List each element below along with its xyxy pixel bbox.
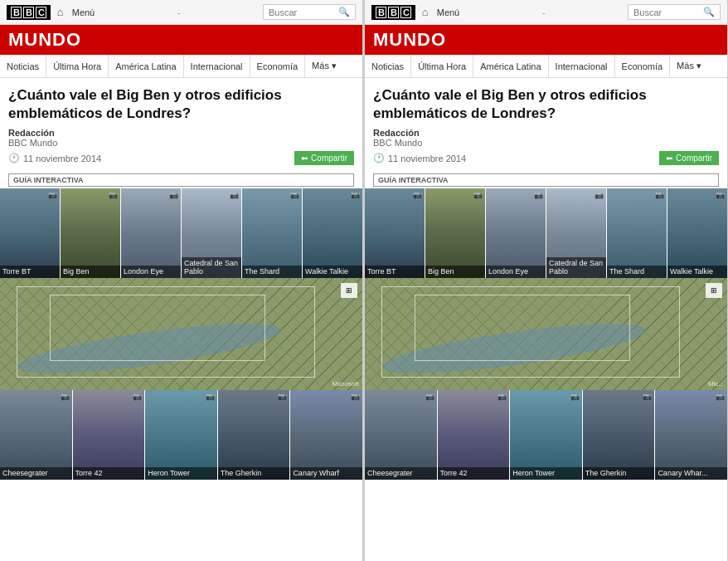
cam-icon-left-b3: 📷: [278, 393, 287, 401]
nav-bar-left: Noticias Última Hora América Latina Inte…: [0, 55, 362, 78]
map-zoom-left[interactable]: ⊞: [341, 283, 357, 298]
nav-noticias-left[interactable]: Noticias: [7, 55, 46, 77]
thumb-torre42-left[interactable]: 📷 Torre 42: [73, 390, 146, 480]
label-gherkin-left: The Gherkin: [218, 467, 290, 480]
date-text-left: 11 noviembre 2014: [23, 154, 101, 163]
thumb-torre42-right[interactable]: 📷 Torre 42: [438, 390, 511, 480]
source-right: BBC Mundo: [373, 138, 719, 148]
thumb-londoneye-right[interactable]: 📷 London Eye: [486, 188, 546, 278]
menu-label-left[interactable]: Menú: [72, 7, 95, 17]
cam-icon-right-b2: 📷: [570, 393, 580, 401]
cam-icon-right-b3: 📷: [643, 393, 652, 401]
bbc-logo-left[interactable]: BBC: [7, 5, 51, 20]
thumb-shard-left[interactable]: 📷 The Shard: [242, 188, 303, 278]
map-zoom-right[interactable]: ⊞: [706, 283, 722, 298]
map-area-left[interactable]: ⊞ Microsoft: [0, 278, 362, 390]
label-torrebt-right: Torre BT: [365, 266, 425, 278]
thumb-walkie-left[interactable]: 📷 Walkie Talkie: [303, 188, 362, 278]
map-rect-inner-left: [50, 295, 265, 361]
thumb-canary-right[interactable]: 📷 Canary Whar...: [655, 390, 727, 480]
bbc-logo-right[interactable]: BBC: [371, 5, 415, 20]
nav-americalatina-left[interactable]: América Latina: [109, 55, 183, 77]
label-shard-left: The Shard: [242, 266, 302, 278]
home-icon-left[interactable]: ⌂: [57, 6, 64, 18]
label-stpaul-left: Catedral de San Pablo: [182, 257, 241, 279]
search-icon-left[interactable]: 🔍: [338, 7, 350, 17]
cam-icon-left-b2: 📷: [206, 393, 215, 401]
label-walkie-right: Walkie Talkie: [667, 266, 727, 278]
mundo-bar-left: MUNDO: [0, 25, 362, 55]
cam-icon-right-b1: 📷: [497, 393, 507, 401]
article-area-right: ¿Cuánto vale el Big Ben y otros edificio…: [365, 78, 727, 173]
nav-ultimahora-left[interactable]: Última Hora: [46, 55, 109, 77]
thumb-heron-right[interactable]: 📷 Heron Tower: [510, 390, 583, 480]
right-panel: BBC ⌂ Menú - 🔍 MUNDO Noticias Última Hor…: [365, 0, 728, 561]
nav-economia-right[interactable]: Economía: [615, 55, 671, 77]
clock-icon-left: 🕐: [8, 153, 20, 163]
nav-mas-left[interactable]: Más ▾: [305, 55, 343, 77]
label-gherkin-right: The Gherkin: [583, 467, 655, 480]
separator-left: -: [99, 7, 258, 17]
date-left: 🕐 11 noviembre 2014: [8, 153, 101, 163]
cam-icon-left-2: 📷: [169, 191, 178, 199]
nav-americalatina-right[interactable]: América Latina: [473, 55, 548, 77]
cam-icon-left-3: 📷: [230, 191, 239, 199]
label-stpaul-right: Catedral de San Pablo: [546, 257, 606, 279]
guide-label-right: GUÍA INTERACTIVA: [373, 173, 719, 187]
cam-icon-left-0: 📷: [48, 191, 57, 199]
left-panel: BBC ⌂ Menú - 🔍 MUNDO Noticias Última Hor…: [0, 0, 363, 561]
thumb-walkie-right[interactable]: 📷 Walkie Talkie: [667, 188, 727, 278]
share-btn-left[interactable]: ⬅ Compartir: [294, 151, 354, 165]
share-icon-right: ⬅: [666, 154, 672, 163]
thumb-canary-left[interactable]: 📷 Canary Wharf: [290, 390, 362, 480]
cam-icon-right-4: 📷: [655, 191, 664, 199]
label-canary-right: Canary Whar...: [655, 467, 727, 480]
thumb-shard-right[interactable]: 📷 The Shard: [607, 188, 667, 278]
mundo-title-right: MUNDO: [373, 29, 446, 51]
thumb-heron-left[interactable]: 📷 Heron Tower: [145, 390, 218, 480]
thumb-bigben-left[interactable]: 📷 Big Ben: [61, 188, 121, 278]
nav-ultimahora-right[interactable]: Última Hora: [411, 55, 473, 77]
thumb-gherkin-right[interactable]: 📷 The Gherkin: [583, 390, 656, 480]
mundo-bar-right: MUNDO: [365, 25, 727, 55]
bottom-strip-right: 📷 Cheesegrater 📷 Torre 42 📷 Heron Tower …: [365, 390, 727, 480]
thumb-cheesegrater-left[interactable]: 📷 Cheesegrater: [0, 390, 73, 480]
nav-noticias-right[interactable]: Noticias: [371, 55, 411, 77]
map-rect-inner-right: [415, 295, 630, 361]
date-text-right: 11 noviembre 2014: [388, 154, 466, 163]
label-shard-right: The Shard: [607, 266, 667, 278]
map-copyright-left: Microsoft: [332, 380, 359, 388]
thumb-londoneye-left[interactable]: 📷 London Eye: [121, 188, 182, 278]
label-londoneye-left: London Eye: [121, 266, 181, 278]
map-area-right[interactable]: ⊞ Mic...: [365, 278, 727, 390]
share-btn-right[interactable]: ⬅ Compartir: [659, 151, 719, 165]
menu-label-right[interactable]: Menú: [437, 7, 460, 17]
cam-icon-right-3: 📷: [595, 191, 604, 199]
cam-icon-left-4: 📷: [290, 191, 299, 199]
thumb-torrebt-left[interactable]: 📷 Torre BT: [0, 188, 61, 278]
search-input-left[interactable]: [269, 7, 335, 17]
thumb-cheesegrater-right[interactable]: 📷 Cheesegrater: [365, 390, 438, 480]
thumb-stpaul-left[interactable]: 📷 Catedral de San Pablo: [182, 188, 242, 278]
nav-economia-left[interactable]: Economía: [250, 55, 306, 77]
search-input-right[interactable]: [633, 7, 700, 17]
home-icon-right[interactable]: ⌂: [422, 6, 429, 18]
thumb-stpaul-right[interactable]: 📷 Catedral de San Pablo: [546, 188, 607, 278]
nav-mas-right[interactable]: Más ▾: [670, 55, 708, 77]
thumb-torrebt-right[interactable]: 📷 Torre BT: [365, 188, 425, 278]
share-label-right: Compartir: [676, 154, 712, 163]
article-area-left: ¿Cuánto vale el Big Ben y otros edificio…: [0, 78, 362, 173]
nav-internacional-right[interactable]: Internacional: [549, 55, 615, 77]
label-heron-left: Heron Tower: [145, 467, 217, 480]
label-londoneye-right: London Eye: [486, 266, 546, 278]
label-walkie-left: Walkie Talkie: [303, 266, 362, 278]
search-icon-right[interactable]: 🔍: [703, 7, 715, 17]
search-bar-left[interactable]: 🔍: [263, 4, 356, 20]
nav-internacional-left[interactable]: Internacional: [184, 55, 250, 77]
label-cheesegrater-left: Cheesegrater: [0, 467, 72, 480]
cam-icon-right-2: 📷: [534, 191, 543, 199]
thumb-bigben-right[interactable]: 📷 Big Ben: [425, 188, 486, 278]
thumb-gherkin-left[interactable]: 📷 The Gherkin: [218, 390, 291, 480]
bottom-strip-left: 📷 Cheesegrater 📷 Torre 42 📷 Heron Tower …: [0, 390, 362, 480]
search-bar-right[interactable]: 🔍: [628, 4, 721, 20]
